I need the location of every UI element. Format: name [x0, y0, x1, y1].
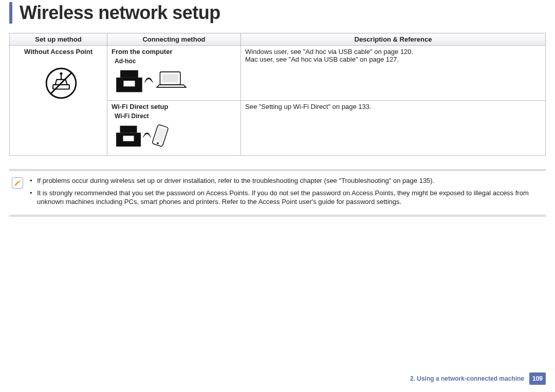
from-computer-label: From the computer — [112, 48, 236, 55]
desc-mac-adhoc: Mac user, see "Ad hoc via USB cable" on … — [245, 55, 541, 63]
wifi-direct-illustration-icon — [115, 122, 236, 152]
page-title: Wireless network setup — [20, 2, 220, 24]
note-area: If problems occur during wireless set up… — [9, 169, 546, 217]
svg-rect-9 — [162, 74, 178, 83]
desc-windows-adhoc: Windows user, see "Ad hoc via USB cable"… — [245, 48, 541, 55]
svg-point-3 — [60, 73, 62, 74]
adhoc-illustration-icon — [115, 67, 236, 97]
th-setup-method: Set up method — [10, 33, 107, 46]
adhoc-sublabel: Ad-hoc — [115, 58, 236, 65]
note-bottom-rule — [9, 215, 546, 217]
th-connecting-method: Connecting method — [107, 33, 241, 46]
wifi-direct-sublabel: Wi-Fi Direct — [115, 113, 236, 120]
note-item-troubleshooting: If problems occur during wireless set up… — [30, 176, 543, 185]
cell-wifi-direct-desc: See "Setting up Wi-Fi Direct" on page 13… — [241, 101, 546, 156]
page-footer: 2. Using a network-connected machine 109 — [410, 372, 546, 385]
note-pencil-icon — [12, 177, 23, 189]
cell-setup-method: Without Access Point — [10, 46, 107, 156]
svg-rect-11 — [120, 126, 137, 133]
th-description: Description & Reference — [241, 33, 546, 46]
svg-rect-7 — [123, 81, 135, 86]
cell-wifi-direct: Wi-Fi Direct setup Wi-Fi Direct — [107, 101, 241, 156]
setup-table: Set up method Connecting method Descript… — [9, 33, 546, 156]
wifi-direct-label: Wi-Fi Direct setup — [112, 103, 236, 110]
title-accent-bar — [9, 2, 12, 24]
note-item-password: It is strongly recommended that you set … — [30, 189, 543, 207]
cell-from-computer-desc: Windows user, see "Ad hoc via USB cable"… — [241, 46, 546, 101]
footer-page-number: 109 — [529, 372, 546, 385]
no-access-point-icon — [19, 65, 103, 103]
desc-wifi-direct: See "Setting up Wi-Fi Direct" on page 13… — [245, 103, 541, 110]
footer-chapter: 2. Using a network-connected machine — [410, 375, 524, 382]
page-title-row: Wireless network setup — [9, 0, 546, 24]
cell-from-computer: From the computer Ad-hoc — [107, 46, 241, 101]
svg-rect-6 — [120, 70, 138, 78]
setup-method-label: Without Access Point — [14, 48, 103, 55]
note-list: If problems occur during wireless set up… — [30, 176, 543, 210]
svg-rect-12 — [123, 136, 134, 141]
